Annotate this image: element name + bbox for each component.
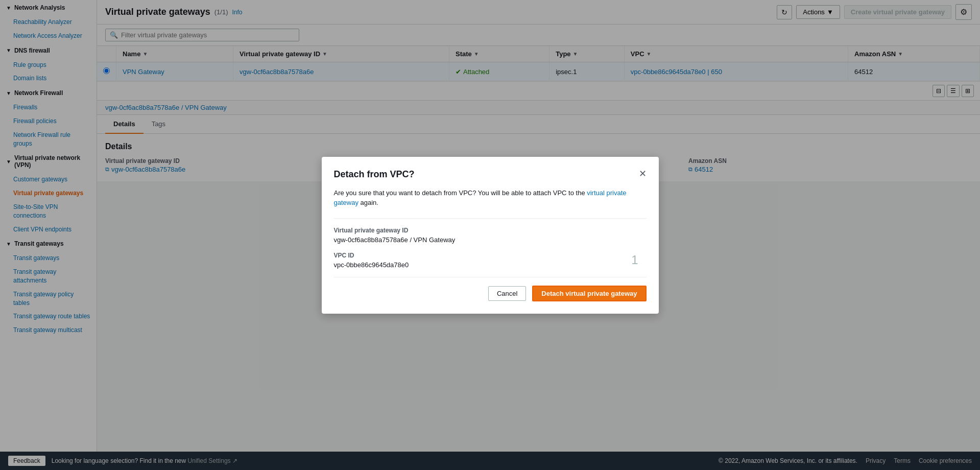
cancel-button[interactable]: Cancel xyxy=(488,286,526,301)
modal-vpg-id-value: vgw-0cf6ac8b8a7578a6e / VPN Gateway xyxy=(334,236,647,244)
modal-divider xyxy=(334,218,647,219)
modal-vpc-id-field: VPC ID vpc-0bbe86c9645da78e0 1 xyxy=(334,252,647,269)
detach-confirm-button[interactable]: Detach virtual private gateway xyxy=(532,286,646,301)
modal-body-text: Are you sure that you want to detach fro… xyxy=(334,189,627,207)
virtual-private-gateway-link[interactable]: virtual private gateway xyxy=(334,189,627,207)
modal-close-button[interactable]: ✕ xyxy=(639,169,647,178)
modal-vpg-id-label: Virtual private gateway ID xyxy=(334,227,647,234)
modal-overlay: Detach from VPC? ✕ Are you sure that you… xyxy=(0,0,980,470)
modal-divider-bottom xyxy=(334,277,647,277)
modal-body: Are you sure that you want to detach fro… xyxy=(334,188,647,208)
modal-vpc-id-label: VPC ID xyxy=(334,252,409,259)
modal-footer: Cancel Detach virtual private gateway xyxy=(334,286,647,301)
spinner-number: 1 xyxy=(631,253,638,267)
detach-modal: Detach from VPC? ✕ Are you sure that you… xyxy=(322,157,659,314)
modal-vpg-id-field: Virtual private gateway ID vgw-0cf6ac8b8… xyxy=(334,227,647,244)
modal-header: Detach from VPC? ✕ xyxy=(334,169,647,180)
modal-title: Detach from VPC? xyxy=(334,169,415,180)
modal-vpc-id-value: vpc-0bbe86c9645da78e0 xyxy=(334,261,409,269)
